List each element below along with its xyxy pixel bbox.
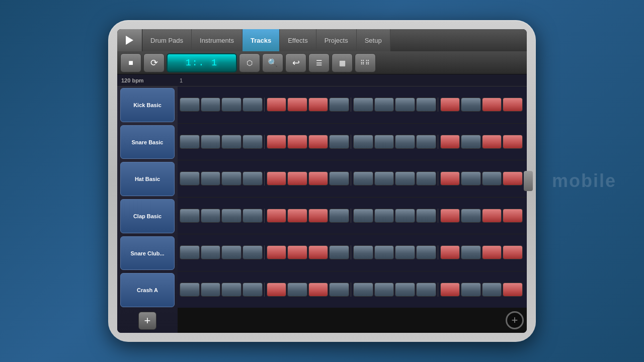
track-label-hat[interactable]: Hat Basic <box>120 162 175 196</box>
dots-button[interactable]: ⠿⠿ <box>355 53 376 72</box>
pad[interactable] <box>482 209 502 223</box>
pad[interactable] <box>308 283 329 297</box>
pad[interactable] <box>440 98 460 112</box>
pad[interactable] <box>395 171 415 186</box>
pad[interactable] <box>287 98 307 112</box>
pad[interactable] <box>287 209 307 223</box>
pad[interactable] <box>374 135 394 149</box>
pad[interactable] <box>395 135 415 149</box>
pad[interactable] <box>440 245 460 259</box>
pad[interactable] <box>416 283 436 297</box>
pad[interactable] <box>221 283 242 297</box>
pad[interactable] <box>482 283 502 297</box>
pad[interactable] <box>243 283 263 297</box>
pad[interactable] <box>461 135 481 149</box>
track-label-kick[interactable]: Kick Basic <box>120 88 175 122</box>
pad[interactable] <box>201 283 221 297</box>
pad[interactable] <box>180 171 200 186</box>
track-label-snare[interactable]: Snare Basic <box>120 125 175 159</box>
pad[interactable] <box>353 98 373 112</box>
pad[interactable] <box>416 98 436 112</box>
pad[interactable] <box>287 245 307 259</box>
pad[interactable] <box>503 245 523 259</box>
pad[interactable] <box>329 283 349 297</box>
pad[interactable] <box>503 209 523 223</box>
pad[interactable] <box>329 245 349 259</box>
pad[interactable] <box>440 135 460 149</box>
pad[interactable] <box>503 171 523 186</box>
pad[interactable] <box>329 171 349 186</box>
pad[interactable] <box>461 98 481 112</box>
pad[interactable] <box>221 171 242 186</box>
pad[interactable] <box>180 98 200 112</box>
pad[interactable] <box>503 283 523 297</box>
pad[interactable] <box>353 209 373 223</box>
pad[interactable] <box>482 245 502 259</box>
metronome-button[interactable]: ⬡ <box>239 53 260 72</box>
pad[interactable] <box>329 135 349 149</box>
pad[interactable] <box>308 135 329 149</box>
pad[interactable] <box>180 283 200 297</box>
pad[interactable] <box>221 209 242 223</box>
track-label-snare-club[interactable]: Snare Club... <box>120 236 175 270</box>
track-label-clap[interactable]: Clap Basic <box>120 199 175 233</box>
pad[interactable] <box>180 135 200 149</box>
pad[interactable] <box>221 98 242 112</box>
tab-drum-pads[interactable]: Drum Pads <box>142 29 192 51</box>
list-view-button[interactable]: ☰ <box>308 53 330 72</box>
pad[interactable] <box>374 245 394 259</box>
search-button[interactable]: 🔍 <box>262 53 283 72</box>
pad[interactable] <box>416 245 436 259</box>
pad[interactable] <box>503 135 523 149</box>
add-track-circle-button[interactable]: + <box>506 311 524 329</box>
pad[interactable] <box>287 283 307 297</box>
tab-instruments[interactable]: Instruments <box>192 29 243 51</box>
pad[interactable] <box>201 135 221 149</box>
tab-tracks[interactable]: Tracks <box>243 29 280 51</box>
pad[interactable] <box>374 98 394 112</box>
pad[interactable] <box>353 171 373 186</box>
pad[interactable] <box>267 283 287 297</box>
pad[interactable] <box>329 209 349 223</box>
pad[interactable] <box>482 171 502 186</box>
pad[interactable] <box>395 98 415 112</box>
pad[interactable] <box>353 135 373 149</box>
pad[interactable] <box>461 209 481 223</box>
pad[interactable] <box>221 245 242 259</box>
pad[interactable] <box>374 171 394 186</box>
pad[interactable] <box>201 98 221 112</box>
side-button[interactable] <box>524 171 533 191</box>
pad[interactable] <box>482 98 502 112</box>
pad[interactable] <box>243 135 263 149</box>
loop-button[interactable]: ⟳ <box>143 53 165 72</box>
grid-view-button[interactable]: ▦ <box>332 53 353 72</box>
pad[interactable] <box>267 135 287 149</box>
pad[interactable] <box>440 171 460 186</box>
pad[interactable] <box>308 98 329 112</box>
pad[interactable] <box>267 98 287 112</box>
pad[interactable] <box>243 171 263 186</box>
pad[interactable] <box>503 98 523 112</box>
pad[interactable] <box>308 209 329 223</box>
pad[interactable] <box>180 209 200 223</box>
pad[interactable] <box>416 171 436 186</box>
pad[interactable] <box>267 245 287 259</box>
undo-button[interactable]: ↩ <box>285 53 306 72</box>
pad[interactable] <box>243 209 263 223</box>
pad[interactable] <box>353 245 373 259</box>
pad[interactable] <box>395 283 415 297</box>
pad[interactable] <box>201 209 221 223</box>
pad[interactable] <box>374 283 394 297</box>
pad[interactable] <box>267 209 287 223</box>
pad[interactable] <box>287 135 307 149</box>
pad[interactable] <box>308 171 329 186</box>
tab-effects[interactable]: Effects <box>280 29 316 51</box>
play-button[interactable] <box>117 29 142 51</box>
pad[interactable] <box>221 135 242 149</box>
tab-projects[interactable]: Projects <box>316 29 357 51</box>
pad[interactable] <box>395 245 415 259</box>
pad[interactable] <box>201 171 221 186</box>
pad[interactable] <box>461 171 481 186</box>
track-label-crash[interactable]: Crash A <box>120 273 175 307</box>
pad[interactable] <box>395 209 415 223</box>
